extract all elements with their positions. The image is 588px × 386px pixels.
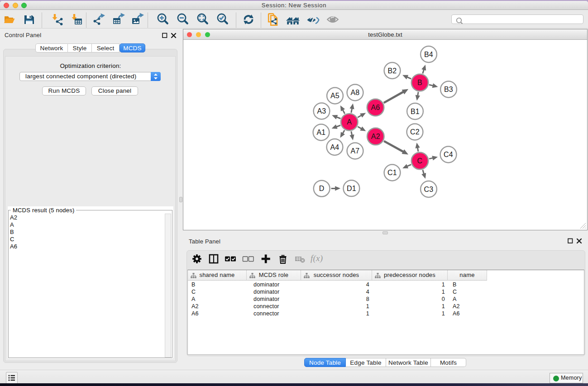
- svg-text:C4: C4: [444, 151, 453, 158]
- svg-text:A3: A3: [317, 107, 326, 115]
- svg-text:D: D: [319, 185, 325, 192]
- svg-text:B: B: [417, 79, 422, 86]
- svg-text:A: A: [347, 118, 352, 126]
- svg-text:C2: C2: [410, 128, 420, 136]
- svg-text:C3: C3: [424, 186, 434, 193]
- svg-text:C: C: [417, 157, 423, 165]
- svg-text:A6: A6: [371, 104, 380, 111]
- svg-text:C1: C1: [387, 169, 397, 176]
- svg-text:A2: A2: [371, 133, 380, 140]
- svg-text:A7: A7: [351, 147, 360, 155]
- svg-text:B1: B1: [411, 108, 420, 115]
- svg-text:B4: B4: [424, 51, 433, 58]
- svg-text:D1: D1: [347, 185, 356, 192]
- svg-text:A1: A1: [317, 129, 326, 136]
- svg-text:B3: B3: [444, 86, 453, 93]
- svg-text:A8: A8: [351, 89, 360, 96]
- svg-text:B2: B2: [388, 67, 397, 75]
- svg-text:A4: A4: [330, 143, 339, 151]
- svg-text:A5: A5: [330, 92, 339, 100]
